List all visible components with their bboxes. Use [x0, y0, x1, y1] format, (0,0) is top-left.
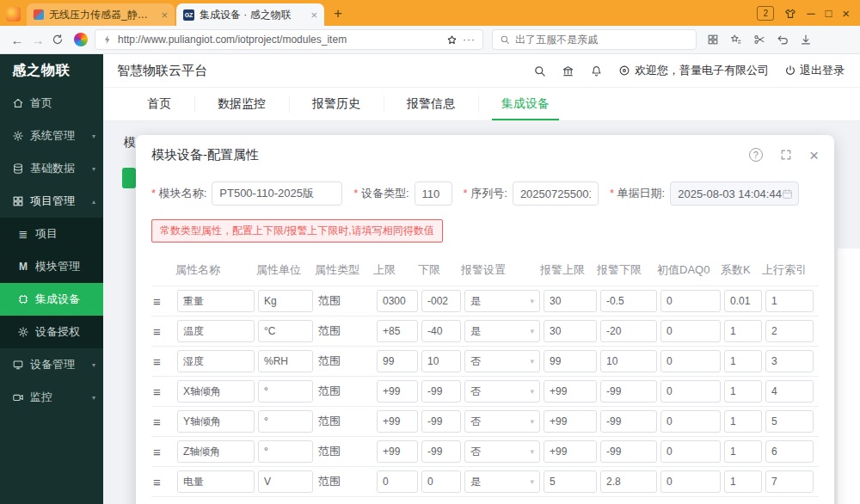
uplink-index-input[interactable] [765, 350, 814, 372]
attr-unit-input[interactable] [258, 440, 313, 463]
lower-limit-input[interactable] [421, 380, 461, 403]
alarm-upper-input[interactable] [544, 320, 597, 342]
sidebar-item-home[interactable]: 首页 [0, 87, 103, 120]
tab-close-icon[interactable]: × [161, 9, 168, 21]
alarm-upper-input[interactable] [544, 290, 597, 312]
sidebar-item-device-auth[interactable]: 设备授权 [0, 316, 103, 348]
coefficient-k-input[interactable] [724, 380, 762, 403]
uplink-index-input[interactable] [765, 290, 814, 312]
attr-name-input[interactable] [177, 440, 255, 463]
tab-alarm-info[interactable]: 报警信息 [384, 88, 478, 120]
attr-unit-input[interactable] [258, 350, 313, 372]
drag-handle-icon[interactable]: ≡ [151, 445, 174, 459]
alarm-lower-input[interactable] [600, 410, 657, 433]
sidebar-item-system-mgmt[interactable]: 系统管理 ▾ [0, 120, 103, 152]
search-box[interactable]: 出了五服不是亲戚 [492, 29, 697, 50]
favorites-icon[interactable] [730, 34, 742, 46]
init-daq0-input[interactable] [660, 380, 721, 403]
uplink-index-input[interactable] [765, 440, 814, 463]
drag-handle-icon[interactable]: ≡ [151, 324, 174, 339]
refresh-button[interactable] [52, 34, 64, 46]
alarm-upper-input[interactable] [544, 350, 597, 372]
alarm-lower-input[interactable] [600, 350, 657, 372]
sidebar-item-integrated-device[interactable]: 集成设备 [0, 283, 103, 316]
alarm-setting-select[interactable]: 否 ▾ [464, 380, 540, 403]
init-daq0-input[interactable] [660, 440, 721, 463]
upper-limit-input[interactable] [377, 470, 418, 493]
attr-name-input[interactable] [177, 290, 255, 312]
coefficient-k-input[interactable] [724, 410, 762, 433]
search-icon[interactable] [533, 65, 546, 77]
browser-tab-2[interactable]: GZ 集成设备 · 感之物联 × [176, 3, 324, 26]
lower-limit-input[interactable] [421, 410, 461, 433]
window-close-button[interactable]: × [842, 7, 850, 20]
lower-limit-input[interactable] [421, 320, 461, 342]
upper-limit-input[interactable] [377, 410, 418, 433]
url-box[interactable]: http://www.puliangiot.com/iotproject/mod… [95, 29, 483, 50]
ai-assistant-icon[interactable] [74, 33, 88, 46]
attr-unit-input[interactable] [258, 410, 313, 433]
new-tab-button[interactable]: + [328, 3, 348, 24]
alarm-lower-input[interactable] [600, 290, 657, 312]
bookmark-star-icon[interactable] [446, 34, 458, 46]
sidebar-item-device-mgmt[interactable]: 设备管理 ▾ [0, 348, 103, 381]
drag-handle-icon[interactable]: ≡ [151, 294, 174, 309]
fullscreen-icon[interactable] [780, 149, 792, 161]
drag-handle-icon[interactable]: ≡ [151, 354, 174, 369]
bell-icon[interactable] [590, 65, 603, 77]
lower-limit-input[interactable] [421, 290, 461, 312]
attr-name-input[interactable] [177, 350, 255, 372]
init-daq0-input[interactable] [660, 350, 721, 372]
forward-button[interactable]: → [28, 33, 48, 47]
attr-unit-input[interactable] [258, 380, 313, 403]
minimize-button[interactable]: ─ [807, 8, 814, 19]
upper-limit-input[interactable] [377, 350, 418, 372]
alarm-setting-select[interactable]: 否 ▾ [464, 440, 540, 463]
alarm-lower-input[interactable] [600, 440, 657, 463]
bank-icon[interactable] [562, 65, 574, 77]
sidebar-item-module-mgmt[interactable]: M 模块管理 [0, 250, 103, 283]
tab-data-monitor[interactable]: 数据监控 [194, 88, 289, 120]
attr-unit-input[interactable] [258, 290, 313, 312]
attr-name-input[interactable] [177, 320, 255, 342]
attr-unit-input[interactable] [258, 320, 313, 342]
drag-handle-icon[interactable]: ≡ [151, 384, 174, 399]
sidebar-item-monitor[interactable]: 监控 ▾ [0, 381, 103, 414]
attr-name-input[interactable] [177, 410, 255, 433]
coefficient-k-input[interactable] [724, 290, 762, 312]
sidebar-item-project[interactable]: ≣ 项目 [0, 218, 103, 250]
skin-icon[interactable] [784, 8, 796, 20]
init-daq0-input[interactable] [660, 320, 721, 342]
lower-limit-input[interactable] [421, 470, 461, 493]
init-daq0-input[interactable] [660, 290, 721, 312]
alarm-lower-input[interactable] [600, 380, 657, 403]
back-button[interactable]: ← [7, 33, 28, 47]
alarm-setting-select[interactable]: 是 ▾ [464, 470, 540, 493]
help-icon[interactable]: ? [749, 148, 763, 162]
tab-home[interactable]: 首页 [124, 88, 194, 120]
upper-limit-input[interactable] [377, 380, 418, 403]
tab-alarm-history[interactable]: 报警历史 [289, 88, 384, 120]
browser-tab-1[interactable]: 无线压力传感器_静力水准仪... × [27, 3, 175, 26]
upper-limit-input[interactable] [377, 320, 418, 342]
sidebar-item-project-mgmt[interactable]: 项目管理 ▴ [0, 185, 103, 218]
download-icon[interactable] [800, 34, 812, 46]
screenshot-scissors-icon[interactable] [753, 34, 765, 46]
alarm-upper-input[interactable] [544, 440, 597, 463]
dialog-close-icon[interactable]: × [809, 147, 819, 163]
alarm-lower-input[interactable] [600, 470, 657, 493]
extension-count-badge[interactable]: 2 [757, 6, 774, 21]
module-name-input[interactable] [212, 181, 342, 206]
undo-icon[interactable] [777, 34, 789, 46]
alarm-setting-select[interactable]: 是 ▾ [464, 290, 540, 312]
apps-grid-icon[interactable] [707, 34, 719, 46]
upper-limit-input[interactable] [377, 440, 418, 463]
alarm-lower-input[interactable] [600, 320, 657, 342]
lower-limit-input[interactable] [421, 440, 461, 463]
uplink-index-input[interactable] [765, 320, 814, 342]
sidebar-item-basic-data[interactable]: 基础数据 ▾ [0, 152, 103, 185]
maximize-button[interactable]: □ [825, 8, 832, 19]
logout-button[interactable]: 退出登录 [784, 63, 845, 78]
tab-close-icon[interactable]: × [310, 9, 317, 21]
serial-number-input[interactable] [513, 181, 599, 206]
